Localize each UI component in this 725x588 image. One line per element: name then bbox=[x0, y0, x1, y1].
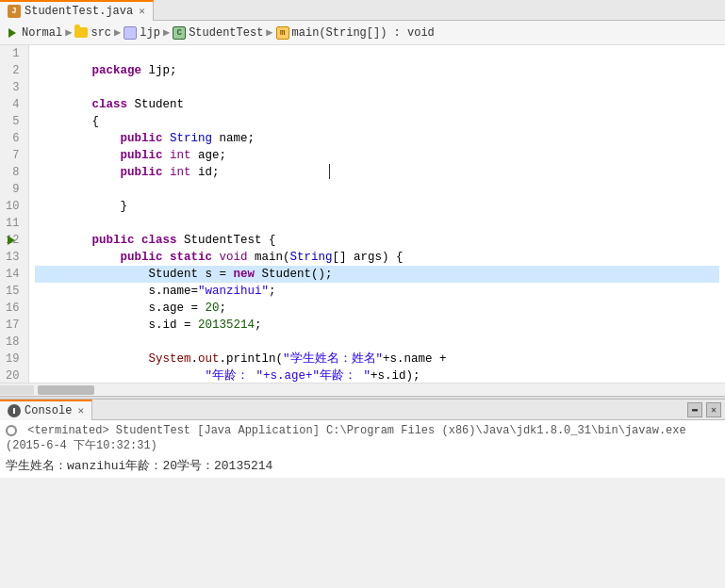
line-num-9: 9 bbox=[6, 181, 23, 198]
line-num-2: 2 bbox=[6, 62, 23, 79]
line-num-10: 10 bbox=[6, 198, 23, 215]
line-num-20: 20 bbox=[6, 368, 23, 383]
breadcrumb-arrow-1: ▶ bbox=[65, 25, 72, 40]
code-line-9: } bbox=[35, 181, 719, 198]
minimize-console-button[interactable]: ▬ bbox=[687, 402, 702, 417]
console-area: Console ✕ ▬ ✕ <terminated> StudentTest [… bbox=[0, 400, 725, 478]
code-line-18: System.out.println("学生姓名：姓名"+s.name + bbox=[35, 334, 719, 351]
line-num-18: 18 bbox=[6, 334, 23, 351]
breadcrumb-item-run[interactable]: Normal bbox=[6, 26, 62, 40]
line-num-1: 1 bbox=[6, 45, 23, 62]
console-tab-bar: Console ✕ ▬ ✕ bbox=[0, 400, 725, 420]
breadcrumb-src-label: src bbox=[91, 26, 111, 40]
line-num-16: 16 bbox=[6, 300, 23, 317]
console-tab-actions: ▬ ✕ bbox=[687, 402, 725, 417]
line-num-5: 5 bbox=[6, 113, 23, 130]
breadcrumb-item-method[interactable]: m main(String[]) : void bbox=[276, 26, 435, 40]
terminated-text: <terminated> StudentTest [Java Applicati… bbox=[6, 424, 686, 452]
code-container: 1 2 3 4 5 6 7 8 9 10 11 12 13 14 15 16 1… bbox=[0, 45, 725, 383]
code-line-3: class Student bbox=[35, 79, 719, 96]
editor-horizontal-scrollbar[interactable] bbox=[0, 383, 725, 396]
line-num-6: 6 bbox=[6, 130, 23, 147]
line-num-7: 7 bbox=[6, 147, 23, 164]
breadcrumb: Normal ▶ src ▶ ljp ▶ C StudentTest ▶ m m… bbox=[0, 21, 725, 45]
line-num-14: 14 bbox=[6, 266, 23, 283]
code-line-5: public String name; bbox=[35, 113, 719, 130]
java-file-icon: J bbox=[8, 5, 21, 18]
output-text: 学生姓名：wanzihui年龄：20学号：20135214 bbox=[6, 459, 272, 473]
breadcrumb-arrow-3: ▶ bbox=[163, 25, 170, 40]
line-num-17: 17 bbox=[6, 317, 23, 334]
method-icon: m bbox=[276, 26, 289, 40]
line-num-19: 19 bbox=[6, 351, 23, 368]
breadcrumb-arrow-2: ▶ bbox=[114, 25, 121, 40]
console-tabs: Console ✕ bbox=[0, 400, 92, 420]
tab-bar: J StudentTest.java ✕ bbox=[0, 0, 725, 21]
line-num-13: 13 bbox=[6, 249, 23, 266]
text-cursor bbox=[329, 164, 330, 179]
console-tab-label: Console bbox=[25, 404, 72, 417]
line-num-11: 11 bbox=[6, 215, 23, 232]
line-numbers: 1 2 3 4 5 6 7 8 9 10 11 12 13 14 15 16 1… bbox=[0, 45, 29, 383]
line-num-4: 4 bbox=[6, 96, 23, 113]
folder-icon bbox=[74, 26, 88, 40]
close-console-button[interactable]: ✕ bbox=[706, 402, 721, 417]
line-num-3: 3 bbox=[6, 79, 23, 96]
code-content[interactable]: package ljp; class Student { public Stri… bbox=[29, 45, 725, 383]
code-line-11: public class StudentTest { bbox=[35, 215, 719, 232]
scrollbar-left-space bbox=[0, 385, 34, 395]
breadcrumb-main-label: main(String[]) : void bbox=[292, 26, 435, 40]
breadcrumb-item-ljp[interactable]: ljp bbox=[124, 26, 160, 40]
breadcrumb-item-src[interactable]: src bbox=[74, 26, 111, 40]
editor-area: 1 2 3 4 5 6 7 8 9 10 11 12 13 14 15 16 1… bbox=[0, 45, 725, 383]
class-icon: C bbox=[173, 26, 186, 40]
console-icon-tab bbox=[8, 404, 21, 417]
line-num-12: 12 bbox=[6, 232, 23, 249]
package-icon bbox=[124, 26, 137, 40]
breadcrumb-normal-label: Normal bbox=[22, 26, 62, 40]
breadcrumb-arrow-4: ▶ bbox=[266, 25, 272, 40]
console-tab[interactable]: Console ✕ bbox=[0, 400, 92, 420]
editor-tab[interactable]: J StudentTest.java ✕ bbox=[0, 0, 154, 21]
breadcrumb-item-class[interactable]: C StudentTest bbox=[173, 26, 263, 40]
line-num-8: 8 bbox=[6, 164, 23, 181]
code-line-1: package ljp; bbox=[35, 45, 719, 62]
console-tab-close-icon[interactable]: ✕ bbox=[77, 404, 84, 416]
console-output-line: 学生姓名：wanzihui年龄：20学号：20135214 bbox=[6, 457, 719, 474]
breadcrumb-ljp-label: ljp bbox=[140, 26, 160, 40]
breadcrumb-studenttest-label: StudentTest bbox=[189, 26, 263, 40]
code-line-10 bbox=[35, 198, 719, 215]
line-num-15: 15 bbox=[6, 283, 23, 300]
tab-label: StudentTest.java bbox=[25, 5, 133, 18]
run-icon bbox=[6, 26, 19, 40]
tab-close-icon[interactable]: ✕ bbox=[139, 5, 145, 17]
terminated-icon bbox=[6, 425, 17, 436]
console-content: <terminated> StudentTest [Java Applicati… bbox=[0, 420, 725, 478]
scrollbar-thumb[interactable] bbox=[38, 385, 94, 395]
console-terminated-line: <terminated> StudentTest [Java Applicati… bbox=[6, 424, 719, 453]
